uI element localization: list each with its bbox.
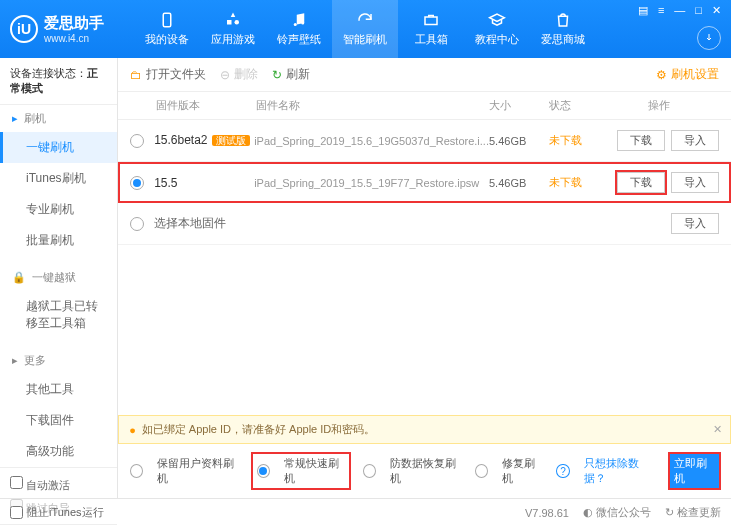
nav-apps[interactable]: 应用游戏 (200, 0, 266, 58)
import-button[interactable]: 导入 (671, 130, 719, 151)
app-name: 爱思助手 (44, 14, 104, 33)
flash-now-button[interactable]: 立即刷机 (670, 454, 719, 488)
open-folder-button[interactable]: 🗀打开文件夹 (130, 66, 206, 83)
auto-activate-checkbox[interactable]: 自动激活 (10, 476, 70, 493)
fw-size: 5.46GB (489, 135, 549, 147)
fw-size: 5.46GB (489, 177, 549, 189)
gear-icon: ⚙ (656, 68, 667, 82)
phone-icon (158, 11, 176, 29)
toolbox-icon (422, 11, 440, 29)
col-size: 大小 (489, 98, 549, 113)
minimize-icon[interactable]: — (670, 4, 689, 17)
sidebar-item-other[interactable]: 其他工具 (0, 374, 117, 405)
nav-tutorials[interactable]: 教程中心 (464, 0, 530, 58)
nav-my-device[interactable]: 我的设备 (134, 0, 200, 58)
school-icon (488, 11, 506, 29)
import-button[interactable]: 导入 (671, 213, 719, 234)
sidebar-group-more[interactable]: ▸更多 (0, 347, 117, 374)
nav-label: 智能刷机 (343, 32, 387, 47)
wechat-icon: ◐ (583, 506, 593, 519)
nav-label: 工具箱 (415, 32, 448, 47)
sidebar-item-download-fw[interactable]: 下载固件 (0, 405, 117, 436)
radio-icon (257, 464, 270, 478)
nav-store[interactable]: 爱思商城 (530, 0, 596, 58)
block-itunes-checkbox[interactable]: 阻止iTunes运行 (10, 505, 104, 520)
app-logo: iU 爱思助手 www.i4.cn (10, 14, 104, 44)
music-icon (290, 11, 308, 29)
sidebar-item-oneclick[interactable]: 一键刷机 (0, 132, 117, 163)
mode-antirecovery[interactable]: 防数据恢复刷机 (363, 456, 461, 486)
download-button[interactable]: 下载 (617, 130, 665, 151)
connection-status: 设备连接状态：正常模式 (0, 58, 117, 105)
notice-text: 如已绑定 Apple ID，请准备好 Apple ID和密码。 (142, 422, 376, 437)
nav-label: 铃声壁纸 (277, 32, 321, 47)
table-header: 固件版本 固件名称 大小 状态 操作 (118, 92, 731, 120)
mode-fast[interactable]: 常规快速刷机 (253, 454, 349, 488)
radio-unselected[interactable] (130, 134, 144, 148)
skin-icon[interactable]: ≡ (654, 4, 668, 17)
sidebar-group-flash[interactable]: ▸刷机 (0, 105, 117, 132)
svg-rect-5 (425, 17, 437, 25)
nav-label: 爱思商城 (541, 32, 585, 47)
sidebar-item-batch[interactable]: 批量刷机 (0, 225, 117, 256)
fw-version: 15.6beta2测试版 (154, 133, 254, 148)
delete-button[interactable]: ⊖删除 (220, 66, 258, 83)
help-icon[interactable]: ? (556, 464, 569, 478)
flash-settings-button[interactable]: ⚙刷机设置 (656, 66, 719, 83)
import-button[interactable]: 导入 (671, 172, 719, 193)
radio-icon (130, 464, 143, 478)
col-version: 固件版本 (156, 98, 256, 113)
close-notice-icon[interactable]: ✕ (713, 423, 722, 436)
nav-label: 教程中心 (475, 32, 519, 47)
radio-selected[interactable] (130, 176, 144, 190)
sidebar-item-itunes[interactable]: iTunes刷机 (0, 163, 117, 194)
download-circle-icon[interactable] (697, 26, 721, 50)
radio-unselected[interactable] (130, 217, 144, 231)
bag-icon (554, 11, 572, 29)
sidebar-group-jailbreak[interactable]: 🔒一键越狱 (0, 264, 117, 291)
firmware-row[interactable]: 15.6beta2测试版 iPad_Spring_2019_15.6_19G50… (118, 120, 731, 162)
svg-point-2 (235, 20, 240, 25)
lock-icon: 🔒 (12, 271, 26, 284)
mode-repair[interactable]: 修复刷机 (475, 456, 542, 486)
nav-flash[interactable]: 智能刷机 (332, 0, 398, 58)
refresh-button[interactable]: ↻刷新 (272, 66, 310, 83)
minus-icon: ⊖ (220, 68, 230, 82)
svg-point-4 (301, 22, 304, 25)
app-url: www.i4.cn (44, 33, 104, 44)
top-nav: 我的设备 应用游戏 铃声壁纸 智能刷机 工具箱 教程中心 爱思商城 (134, 0, 596, 58)
col-name: 固件名称 (256, 98, 489, 113)
wechat-link[interactable]: ◐微信公众号 (583, 505, 651, 520)
flash-icon: ▸ (12, 112, 18, 125)
erase-only-link[interactable]: 只想抹除数据？ (584, 456, 656, 486)
nav-label: 我的设备 (145, 32, 189, 47)
fw-name: iPad_Spring_2019_15.6_19G5037d_Restore.i… (254, 135, 489, 147)
mode-keep-data[interactable]: 保留用户资料刷机 (130, 456, 239, 486)
version-label: V7.98.61 (525, 507, 569, 519)
warning-icon: ● (129, 424, 136, 436)
fw-status: 未下载 (549, 175, 599, 190)
col-status: 状态 (549, 98, 599, 113)
refresh-icon: ↻ (272, 68, 282, 82)
radio-icon (475, 464, 488, 478)
title-bar: iU 爱思助手 www.i4.cn 我的设备 应用游戏 铃声壁纸 智能刷机 工具… (0, 0, 731, 58)
local-firmware-row[interactable]: 选择本地固件 导入 (118, 203, 731, 245)
nav-label: 应用游戏 (211, 32, 255, 47)
sidebar: 设备连接状态：正常模式 ▸刷机 一键刷机 iTunes刷机 专业刷机 批量刷机 … (0, 58, 118, 498)
check-update-link[interactable]: ↻检查更新 (665, 505, 721, 520)
sidebar-item-pro[interactable]: 专业刷机 (0, 194, 117, 225)
more-icon: ▸ (12, 354, 18, 367)
maximize-icon[interactable]: □ (691, 4, 706, 17)
sidebar-item-advanced[interactable]: 高级功能 (0, 436, 117, 467)
nav-toolbox[interactable]: 工具箱 (398, 0, 464, 58)
refresh-icon (356, 11, 374, 29)
close-icon[interactable]: ✕ (708, 4, 725, 17)
menu-icon[interactable]: ▤ (634, 4, 652, 17)
flash-mode-bar: 保留用户资料刷机 常规快速刷机 防数据恢复刷机 修复刷机 ? 只想抹除数据？ 立… (118, 444, 731, 498)
nav-ringtones[interactable]: 铃声壁纸 (266, 0, 332, 58)
fw-version: 15.5 (154, 176, 254, 190)
firmware-row-selected[interactable]: 15.5 iPad_Spring_2019_15.5_19F77_Restore… (118, 162, 731, 203)
svg-point-3 (294, 23, 297, 26)
sidebar-jailbreak-moved[interactable]: 越狱工具已转移至工具箱 (0, 291, 117, 339)
download-button[interactable]: 下载 (617, 172, 665, 193)
